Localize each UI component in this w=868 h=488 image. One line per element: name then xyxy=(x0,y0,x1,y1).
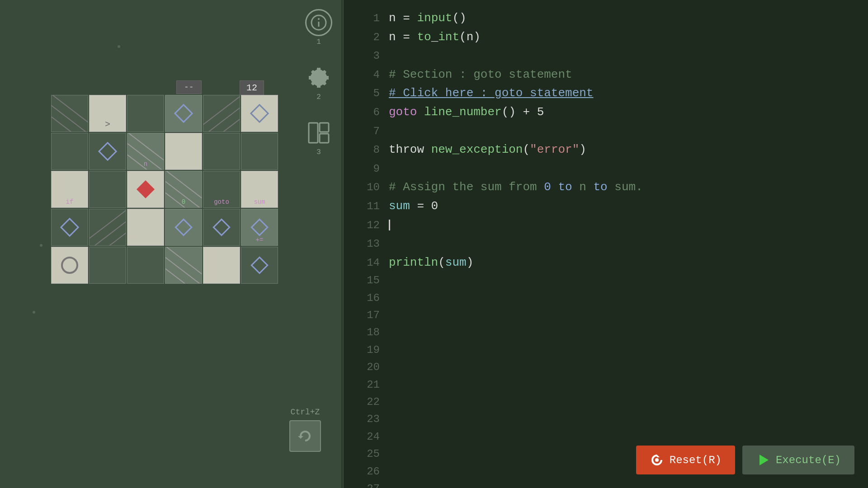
undo-button[interactable] xyxy=(289,420,321,452)
code-line-24: 24 xyxy=(357,428,854,446)
cell-diagonal xyxy=(90,209,126,246)
gear-button[interactable] xyxy=(305,64,332,91)
grid-cell[interactable] xyxy=(89,133,126,170)
code-line-1: 1 n = input() xyxy=(357,9,854,28)
info-button[interactable] xyxy=(305,9,332,36)
line-number: 1 xyxy=(357,10,380,27)
grid-cell[interactable]: goto xyxy=(203,171,240,208)
code-line-3: 3 xyxy=(357,47,854,66)
text-cursor xyxy=(389,220,390,230)
cell-label: goto xyxy=(214,198,229,206)
code-content[interactable]: # Click here : goto statement xyxy=(389,84,593,103)
cell-diamond xyxy=(250,104,269,123)
code-line-5: 5 # Click here : goto statement xyxy=(357,84,854,103)
code-content xyxy=(389,122,396,141)
svg-point-24 xyxy=(655,458,659,462)
grid-cell[interactable] xyxy=(165,247,202,284)
code-line-16: 16 xyxy=(357,290,854,307)
panel-button[interactable] xyxy=(305,119,332,146)
grid-cell[interactable] xyxy=(241,247,278,284)
code-editor[interactable]: 1 n = input() 2 n = to_int(n) 3 4 # Sect… xyxy=(344,0,868,488)
code-content: # Assign the sum from 0 to n to sum. xyxy=(389,178,643,197)
grid-cell[interactable] xyxy=(51,95,88,132)
info-icon-num: 1 xyxy=(316,38,321,46)
code-content xyxy=(389,47,396,66)
grid-cell[interactable] xyxy=(203,247,240,284)
svg-line-13 xyxy=(90,227,126,246)
line-number: 2 xyxy=(357,29,380,46)
code-line-27: 27 xyxy=(357,480,854,488)
svg-line-17 xyxy=(165,247,202,280)
grid-cell[interactable]: if xyxy=(51,171,88,208)
grid-cell[interactable]: += xyxy=(241,209,278,246)
grid-cell[interactable] xyxy=(89,171,126,208)
grid-cell[interactable] xyxy=(241,95,278,132)
code-content: n = to_int(n) xyxy=(389,28,481,47)
code-line-11: 11 sum = 0 xyxy=(357,197,854,216)
grid-cell[interactable] xyxy=(127,247,164,284)
code-line-2: 2 n = to_int(n) xyxy=(357,28,854,47)
panel-icon xyxy=(307,122,330,144)
cell-label: if xyxy=(66,198,74,206)
line-number: 15 xyxy=(357,272,380,289)
cell-diamond xyxy=(250,218,269,236)
svg-marker-25 xyxy=(760,455,769,465)
grid-cell[interactable] xyxy=(51,209,88,246)
grid-cell[interactable]: 0 xyxy=(165,171,202,208)
line-number: 25 xyxy=(357,446,380,463)
grid-cell[interactable] xyxy=(203,133,240,170)
line-number: 19 xyxy=(357,342,380,359)
grid-cell[interactable] xyxy=(203,209,240,246)
action-buttons: Reset(R) Execute(E) xyxy=(636,446,854,474)
svg-point-20 xyxy=(318,18,320,20)
line-number: 8 xyxy=(357,141,380,159)
grid-cell[interactable] xyxy=(51,247,88,284)
grid-cell[interactable] xyxy=(165,95,202,132)
line-number: 7 xyxy=(357,123,380,140)
cell-diamond-red xyxy=(137,180,155,198)
code-editor-panel: 1 n = input() 2 n = to_int(n) 3 4 # Sect… xyxy=(344,0,868,488)
line-number: 23 xyxy=(357,411,380,428)
grid-cell[interactable] xyxy=(51,133,88,170)
grid-cell[interactable] xyxy=(127,95,164,132)
cell-diagonal xyxy=(203,95,240,132)
decorative-dot xyxy=(33,311,35,314)
grid-cell[interactable] xyxy=(89,209,126,246)
code-content: goto line_number() + 5 xyxy=(389,103,544,122)
grid-cell[interactable] xyxy=(127,171,164,208)
cell-diamond xyxy=(250,256,269,274)
cell-diagonal xyxy=(52,95,88,132)
info-icon-group: 1 xyxy=(305,9,332,46)
line-number: 4 xyxy=(357,66,380,84)
reset-button[interactable]: Reset(R) xyxy=(636,446,735,474)
grid-cell[interactable]: > xyxy=(89,95,126,132)
code-token: n xyxy=(389,11,403,25)
line-number: 11 xyxy=(357,198,380,215)
cell-label: sum xyxy=(254,198,265,206)
code-line-13: 13 xyxy=(357,235,854,253)
grid-header-dash: -- xyxy=(176,80,202,94)
svg-line-4 xyxy=(203,113,240,132)
execute-button[interactable]: Execute(E) xyxy=(742,446,854,474)
grid-cell[interactable] xyxy=(203,95,240,132)
code-line-22: 22 xyxy=(357,394,854,411)
line-number: 26 xyxy=(357,463,380,480)
grid-cell[interactable]: n xyxy=(127,133,164,170)
reset-icon xyxy=(650,453,664,467)
grid-cell[interactable]: sum xyxy=(241,171,278,208)
cell-diagonal xyxy=(165,247,202,284)
grid-cell[interactable] xyxy=(241,133,278,170)
grid-cell[interactable] xyxy=(165,209,202,246)
line-number: 10 xyxy=(357,179,380,196)
code-line-6: 6 goto line_number() + 5 xyxy=(357,103,854,122)
code-line-12: 12 xyxy=(357,216,854,235)
svg-line-2 xyxy=(52,95,88,128)
grid-cell[interactable] xyxy=(165,133,202,170)
grid-cell[interactable] xyxy=(89,247,126,284)
code-line-10: 10 # Assign the sum from 0 to n to sum. xyxy=(357,178,854,197)
panel-divider xyxy=(341,0,343,488)
grid-cell[interactable] xyxy=(127,209,164,246)
info-icon xyxy=(311,14,327,31)
line-number: 21 xyxy=(357,376,380,394)
line-number: 20 xyxy=(357,359,380,376)
